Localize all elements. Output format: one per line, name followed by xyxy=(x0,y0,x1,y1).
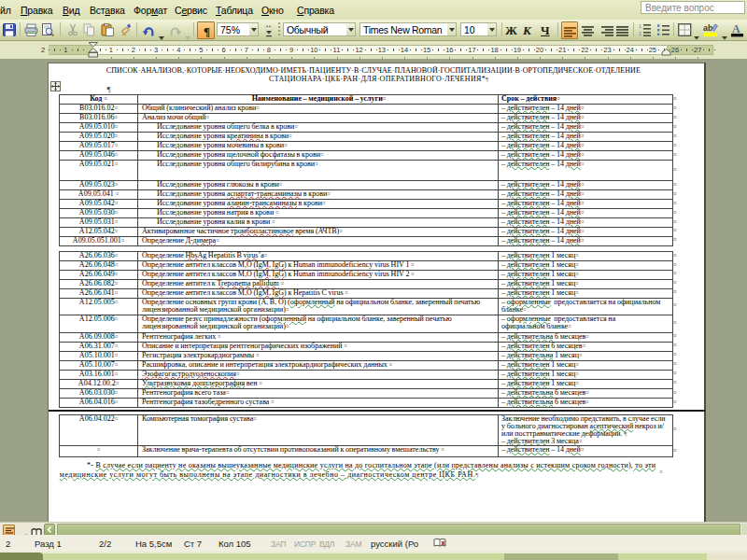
svg-text:А: А xyxy=(732,22,740,35)
svg-text:2: 2 xyxy=(639,31,641,36)
svg-text:¶: ¶ xyxy=(204,25,210,37)
svg-text:1: 1 xyxy=(639,23,641,29)
